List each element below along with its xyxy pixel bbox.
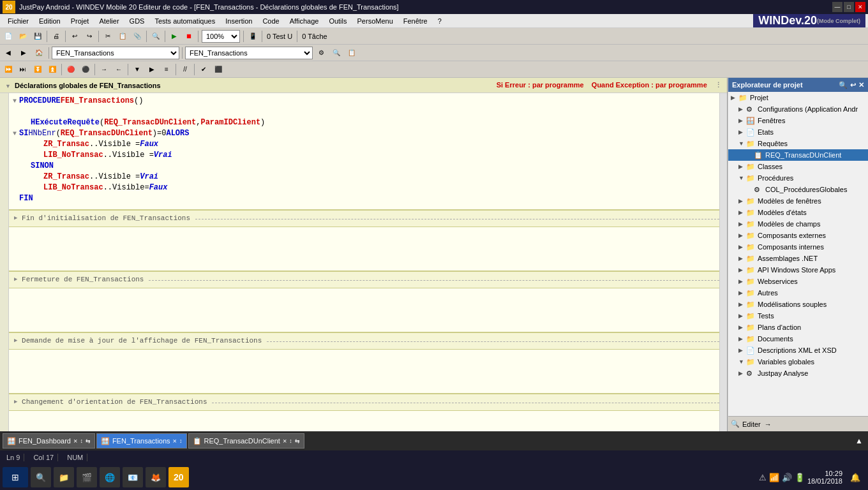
code-content[interactable]: ▼ PROCEDURE FEN_Transactions () HExécute… bbox=[9, 93, 719, 431]
tab-dashboard[interactable]: 🪟 FEN_Dashboard × ↕ ⇆ bbox=[3, 433, 95, 449]
tree-req-transac[interactable]: 📋 REQ_TransacDUnClient bbox=[728, 149, 868, 161]
tb-android[interactable]: 📱 bbox=[246, 29, 260, 43]
tb-save[interactable]: 💾 bbox=[31, 29, 45, 43]
context-dropdown-1[interactable]: FEN_Transactions bbox=[52, 47, 179, 59]
tree-modeles-champs[interactable]: ▶ 📁 Modèles de champs bbox=[728, 218, 868, 230]
tb-cut[interactable]: ✂ bbox=[101, 29, 115, 43]
tray-volume-icon[interactable]: 🔊 bbox=[782, 473, 792, 482]
code-line-8[interactable]: ZR_Transac ..Visible = Vrai bbox=[9, 172, 719, 182]
code-line-5[interactable]: ZR_Transac ..Visible = Faux bbox=[9, 139, 719, 150]
tb-copy[interactable]: 📋 bbox=[116, 29, 130, 43]
tb3-step[interactable]: ⏭ bbox=[16, 63, 30, 77]
menu-gds[interactable]: GDS bbox=[124, 16, 150, 26]
tb-open[interactable]: 📂 bbox=[16, 29, 30, 43]
code-editor[interactable]: ▼ Déclarations globales de FEN_Transacti… bbox=[0, 78, 728, 431]
tree-configs[interactable]: ▶ ⚙ Configurations (Application Andr bbox=[728, 103, 868, 115]
tab-transactions-pin[interactable]: ↕ bbox=[179, 438, 183, 444]
tb3-check[interactable]: ✔ bbox=[197, 63, 211, 77]
tree-autres[interactable]: ▶ 📁 Autres bbox=[728, 287, 868, 299]
email-button[interactable]: 📧 bbox=[123, 467, 143, 487]
tb-new[interactable]: 📄 bbox=[1, 29, 15, 43]
tree-justpay[interactable]: ▶ ⚙ Justpay Analyse bbox=[728, 368, 868, 379]
tab-req-transac[interactable]: 📋 REQ_TransacDUnClient × ↕ ⇆ bbox=[188, 433, 304, 449]
tb3-comment[interactable]: // bbox=[178, 63, 192, 77]
tab-req-link[interactable]: ⇆ bbox=[295, 438, 300, 444]
menu-insertion[interactable]: Insertion bbox=[220, 16, 257, 26]
tree-comp-ext[interactable]: ▶ 📁 Composants externes bbox=[728, 230, 868, 241]
code-line-1[interactable]: ▼ PROCEDURE FEN_Transactions () bbox=[9, 96, 719, 107]
tb-redo[interactable]: ↪ bbox=[82, 29, 96, 43]
context-dropdown-2[interactable]: FEN_Transactions bbox=[185, 47, 313, 59]
tb3-debug[interactable]: ⏩ bbox=[1, 63, 15, 77]
menu-atelier[interactable]: Atelier bbox=[94, 16, 124, 26]
tb2-home[interactable]: 🏠 bbox=[32, 46, 46, 60]
section-changement-orient[interactable]: ▶ Changement d'orientation de FEN_Transa… bbox=[9, 393, 719, 411]
tree-api-winstore[interactable]: ▶ 📁 API Windows Store Apps bbox=[728, 264, 868, 276]
tree-fenetres[interactable]: ▶ 🪟 Fenêtres bbox=[728, 115, 868, 126]
tray-warning-icon[interactable]: ⚠ bbox=[759, 473, 767, 482]
tree-tests[interactable]: ▶ 📁 Tests bbox=[728, 310, 868, 322]
menu-outils[interactable]: Outils bbox=[324, 16, 352, 26]
collapse-4[interactable]: ▼ bbox=[10, 128, 19, 139]
code-line-7[interactable]: SINON bbox=[9, 161, 719, 172]
tb2-back[interactable]: ◀ bbox=[1, 46, 15, 60]
tab-transactions-close[interactable]: × bbox=[173, 437, 177, 445]
firefox-button[interactable]: 🦊 bbox=[146, 467, 166, 487]
code-line-6[interactable]: LIB_NoTransac ..Visible = Vrai bbox=[9, 150, 719, 161]
code-line-9[interactable]: LIB_NoTransac ..Visible= Faux bbox=[9, 182, 719, 193]
zoom-select[interactable]: 100% bbox=[202, 30, 240, 43]
tb2-browse[interactable]: 🔍 bbox=[329, 46, 343, 60]
tree-webservices[interactable]: ▶ 📁 Webservices bbox=[728, 276, 868, 287]
win-clock[interactable]: 10:29 18/01/2018 bbox=[807, 470, 848, 485]
code-line-4[interactable]: ▼ SI HNbEnr ( REQ_TransacDUnClient )=0 A… bbox=[9, 128, 719, 139]
menu-code[interactable]: Code bbox=[257, 16, 284, 26]
tab-dashboard-link[interactable]: ⇆ bbox=[86, 438, 91, 444]
windev-taskbar-button[interactable]: 20 bbox=[168, 467, 189, 487]
section-collapse-3[interactable]: ▶ bbox=[14, 336, 17, 346]
menu-affichage[interactable]: Affichage bbox=[285, 16, 324, 26]
tb3-bp[interactable]: 🔴 bbox=[64, 63, 78, 77]
tb3-unfold[interactable]: ▶ bbox=[145, 63, 159, 77]
explorer-back-icon[interactable]: ↩ bbox=[850, 81, 856, 89]
media-button[interactable]: 🎬 bbox=[77, 467, 97, 487]
tree-variables[interactable]: ▼ 📁 Variables globales bbox=[728, 356, 868, 368]
tree-xml-xsd[interactable]: ▶ 📄 Descriptions XML et XSD bbox=[728, 345, 868, 356]
section-collapse-1[interactable]: ▶ bbox=[14, 213, 17, 224]
tray-notification-icon[interactable]: 🔔 bbox=[850, 473, 860, 482]
collapse-1[interactable]: ▼ bbox=[10, 96, 19, 107]
section-collapse-2[interactable]: ▶ bbox=[14, 274, 17, 285]
code-scrollbar[interactable] bbox=[719, 93, 727, 431]
tb3-bpall[interactable]: ⚫ bbox=[79, 63, 93, 77]
tree-documents[interactable]: ▶ 📁 Documents bbox=[728, 333, 868, 345]
menu-projet[interactable]: Projet bbox=[66, 16, 94, 26]
tree-classes[interactable]: ▶ 📁 Classes bbox=[728, 161, 868, 172]
tb2-config[interactable]: ⚙ bbox=[314, 46, 328, 60]
tree-plans[interactable]: ▶ 📁 Plans d'action bbox=[728, 322, 868, 333]
tb-print[interactable]: 🖨 bbox=[49, 29, 63, 43]
tb-search[interactable]: 🔍 bbox=[149, 29, 163, 43]
minimize-button[interactable]: — bbox=[832, 2, 842, 12]
section-fermeture[interactable]: ▶ Fermeture de FEN_Transactions bbox=[9, 271, 719, 288]
close-button[interactable]: ✕ bbox=[855, 2, 865, 12]
explorer-search-icon[interactable]: 🔍 bbox=[839, 81, 848, 89]
tree-etats[interactable]: ▶ 📄 Etats bbox=[728, 126, 868, 138]
tb3-format[interactable]: ⬛ bbox=[211, 63, 225, 77]
scroll-right-arrow[interactable]: ▲ bbox=[853, 436, 865, 445]
tree-modeles-etats[interactable]: ▶ 📁 Modèles d'états bbox=[728, 207, 868, 218]
tab-dashboard-close[interactable]: × bbox=[73, 437, 77, 445]
collapse-icon[interactable]: ▼ bbox=[5, 83, 11, 89]
section-demande-maj[interactable]: ▶ Demande de mise à jour de l'affichage … bbox=[9, 332, 719, 350]
menu-fichier[interactable]: Fichier bbox=[3, 16, 34, 26]
menu-fenetre[interactable]: Fenêtre bbox=[398, 16, 433, 26]
tree-projet[interactable]: ▶ 📁 Projet bbox=[728, 92, 868, 103]
tree-modeles-fen[interactable]: ▶ 📁 Modèles de fenêtres bbox=[728, 195, 868, 207]
code-area[interactable]: ▼ PROCEDURE FEN_Transactions () HExécute… bbox=[0, 93, 727, 431]
tree-procedures[interactable]: ▼ 📁 Procédures bbox=[728, 172, 868, 184]
tree-modelisations[interactable]: ▶ 📁 Modélisations souples bbox=[728, 299, 868, 310]
tab-dashboard-pin[interactable]: ↕ bbox=[80, 438, 83, 444]
tree-requetes[interactable]: ▼ 📁 Requêtes bbox=[728, 138, 868, 149]
tb-paste[interactable]: 📎 bbox=[130, 29, 144, 43]
browser-button[interactable]: 🌐 bbox=[100, 467, 120, 487]
code-line-2[interactable] bbox=[9, 107, 719, 117]
tab-req-pin[interactable]: ↕ bbox=[289, 438, 292, 444]
